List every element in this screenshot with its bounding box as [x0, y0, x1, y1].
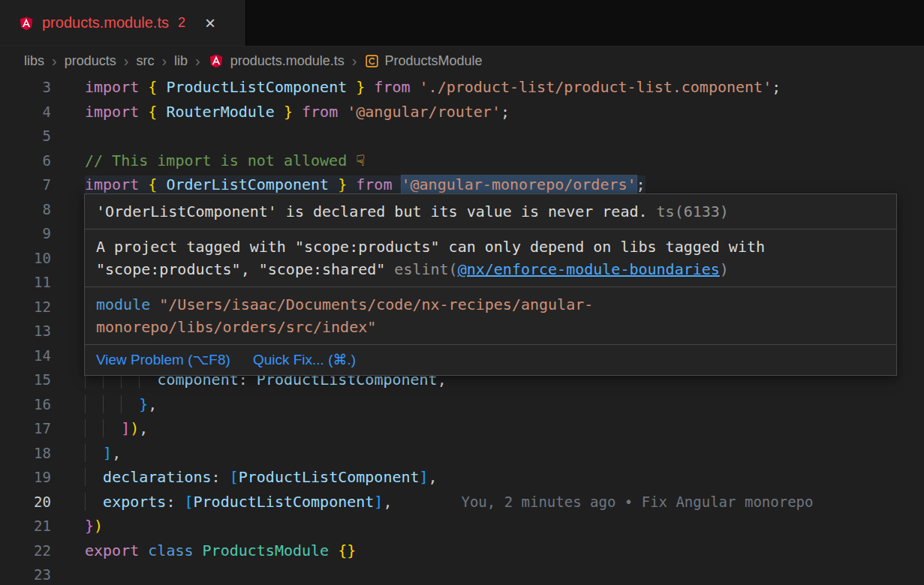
line-number[interactable]: 15	[0, 368, 51, 392]
editor-tab-bar: products.module.ts 2 ×	[0, 0, 924, 46]
line-number[interactable]: 14	[0, 344, 51, 368]
error-hover-popup: 'OrderListComponent' is declared but its…	[84, 194, 897, 376]
code-token: :	[212, 468, 230, 486]
quickinfo-path-part1: "/Users/isaac/Documents/code/nx-recipes/…	[150, 296, 593, 314]
code-token: ;	[772, 78, 781, 96]
code-token: ,	[383, 493, 392, 511]
line-number[interactable]: 5	[0, 124, 51, 148]
code-token: }	[139, 395, 148, 413]
code-token: ,	[112, 444, 121, 462]
code-line-18[interactable]: 18 ],	[0, 441, 924, 466]
line-number[interactable]: 23	[0, 562, 51, 585]
line-number[interactable]: 8	[0, 197, 51, 222]
breadcrumb-item-products-module-ts[interactable]: products.module.ts	[208, 52, 345, 70]
breadcrumb-item-src[interactable]: src	[136, 53, 154, 69]
breadcrumb-label: src	[136, 53, 154, 69]
code-content	[51, 319, 85, 344]
line-number[interactable]: 17	[0, 416, 51, 441]
view-problem-action[interactable]: View Problem (⌥F8)	[96, 350, 230, 370]
line-number[interactable]: 7	[0, 172, 51, 197]
code-token: {	[148, 176, 157, 194]
code-token: )	[94, 517, 103, 535]
code-content	[51, 344, 85, 368]
code-token: '@angular-monorepo/orders'	[402, 176, 637, 194]
line-number[interactable]: 18	[0, 441, 51, 466]
code-token: '@angular/router'	[347, 103, 501, 121]
code-content	[51, 221, 85, 246]
line-number[interactable]: 21	[0, 514, 51, 538]
code-token	[139, 78, 148, 96]
code-line-19[interactable]: 19 declarations: [ProductListComponent],	[0, 465, 924, 490]
line-number[interactable]: 9	[0, 221, 51, 246]
line-number[interactable]: 19	[0, 465, 51, 490]
code-content: import { RouterModule } from '@angular/r…	[51, 100, 510, 124]
tab-products-module[interactable]: products.module.ts 2 ×	[0, 0, 246, 46]
code-token	[347, 78, 356, 96]
code-line-23[interactable]: 23	[0, 562, 924, 585]
close-tab-icon[interactable]: ×	[205, 14, 215, 32]
tab-problem-count-badge: 2	[178, 15, 185, 31]
quick-fix-action[interactable]: Quick Fix... (⌘.)	[253, 350, 356, 370]
code-content: },	[51, 392, 157, 417]
code-token: }	[356, 78, 365, 96]
code-token: ☟	[356, 152, 365, 170]
code-token: import	[85, 103, 139, 121]
code-token: OrderListComponent	[166, 176, 329, 194]
diagnostic-eslint-line2: "scope:products", "scope:shared" eslint(…	[96, 258, 885, 280]
line-number[interactable]: 12	[0, 295, 51, 320]
breadcrumb-label: products	[65, 53, 116, 69]
code-content: // This import is not allowed ☟	[51, 148, 365, 173]
code-content	[51, 124, 85, 148]
line-number[interactable]: 6	[0, 148, 51, 173]
breadcrumb-separator: ›	[52, 52, 57, 70]
breadcrumb-item-productsmodule[interactable]: ProductsModule	[365, 53, 483, 69]
code-content	[51, 295, 85, 320]
code-line-21[interactable]: 21})	[0, 514, 924, 538]
breadcrumb-item-libs[interactable]: libs	[24, 53, 44, 69]
code-content: ],	[51, 441, 121, 466]
code-token	[329, 542, 338, 560]
code-token: ProductListComponent	[194, 493, 375, 511]
code-line-16[interactable]: 16 },	[0, 392, 924, 417]
code-line-6[interactable]: 6// This import is not allowed ☟	[0, 148, 924, 173]
breadcrumb-label: libs	[24, 53, 44, 69]
git-blame-annotation: You, 2 minutes ago • Fix Angular monorep…	[461, 494, 813, 510]
line-number[interactable]: 3	[0, 75, 51, 100]
line-number[interactable]: 10	[0, 246, 51, 271]
code-token: export	[85, 542, 139, 560]
code-token	[194, 542, 203, 560]
code-token	[293, 103, 302, 121]
quickinfo-line2: monorepo/libs/orders/src/index"	[96, 316, 885, 338]
code-line-20[interactable]: 20 exports: [ProductListComponent],You, …	[0, 490, 924, 514]
breadcrumb-item-products[interactable]: products	[65, 53, 116, 69]
line-number[interactable]: 16	[0, 392, 51, 417]
eslint-source-open: eslint(	[394, 260, 457, 278]
line-number[interactable]: 22	[0, 538, 51, 563]
line-number[interactable]: 11	[0, 270, 51, 295]
code-content: ]),	[51, 416, 148, 441]
code-token	[139, 176, 148, 194]
angular-icon	[208, 52, 224, 70]
code-token: {	[148, 103, 157, 121]
code-editor[interactable]: 3import { ProductListComponent } from '.…	[0, 75, 924, 585]
code-token: declarations	[103, 468, 212, 486]
code-line-5[interactable]: 5	[0, 124, 924, 148]
code-token	[392, 176, 401, 194]
code-token: }	[338, 176, 347, 194]
breadcrumb-label: lib	[174, 53, 188, 69]
line-number[interactable]: 4	[0, 100, 51, 124]
code-token	[157, 78, 166, 96]
diagnostic-eslint-line1: A project tagged with "scope:products" c…	[96, 236, 885, 258]
line-number[interactable]: 13	[0, 319, 51, 344]
line-number[interactable]: 20	[0, 490, 51, 514]
code-line-22[interactable]: 22export class ProductsModule {}	[0, 538, 924, 563]
eslint-source-close: )	[720, 260, 729, 278]
code-line-3[interactable]: 3import { ProductListComponent } from '.…	[0, 75, 924, 100]
eslint-rule-link[interactable]: @nx/enforce-module-boundaries	[458, 260, 720, 278]
code-token: ProductListComponent	[166, 78, 347, 96]
breadcrumb-item-lib[interactable]: lib	[174, 53, 188, 69]
code-line-4[interactable]: 4import { RouterModule } from '@angular/…	[0, 100, 924, 124]
code-content	[51, 562, 85, 585]
code-token: }	[85, 517, 94, 535]
code-line-17[interactable]: 17 ]),	[0, 416, 924, 441]
